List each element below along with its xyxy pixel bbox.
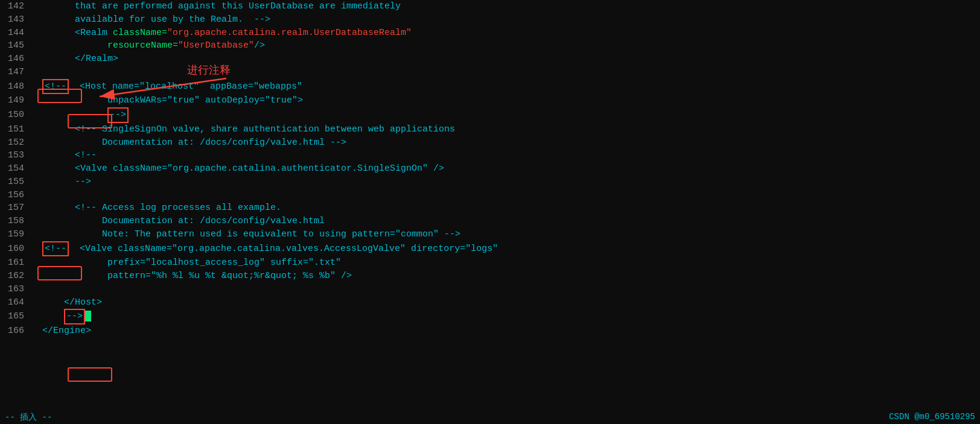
- line-content: </Host>: [31, 296, 980, 309]
- line-number: 150: [0, 109, 31, 122]
- code-line: 154 <Valve className="org.apache.catalin…: [0, 162, 980, 176]
- line-content: available for use by the Realm. -->: [31, 13, 980, 27]
- line-number: 159: [0, 228, 31, 241]
- line-content: -->: [31, 309, 980, 324]
- line-content: <!-- SingleSignOn valve, share authentic…: [31, 123, 980, 136]
- code-line: 160 <!-- <Valve className="org.apache.ca…: [0, 241, 980, 257]
- line-content: <!-- <Valve className="org.apache.catali…: [31, 241, 980, 257]
- line-number: 151: [0, 123, 31, 136]
- code-line: 145 resourceName="UserDatabase"/>: [0, 39, 980, 52]
- line-content: <!--: [31, 149, 980, 162]
- line-number: 164: [0, 296, 31, 309]
- code-line: 159 Note: The pattern used is equivalent…: [0, 228, 980, 241]
- code-line: 146 </Realm>: [0, 52, 980, 66]
- line-content: unpackWARs="true" autoDeploy="true">: [31, 94, 980, 107]
- status-bar: -- 插入 -- CSDN @m0_69510295: [0, 411, 980, 424]
- line-number: 157: [0, 201, 31, 215]
- line-content: Documentation at: /docs/config/valve.htm…: [31, 215, 980, 228]
- line-number: 149: [0, 94, 31, 107]
- code-line: 166 </Engine>: [0, 324, 980, 338]
- code-line: 164 </Host>: [0, 296, 980, 309]
- code-line: 157 <!-- Access log processes all exampl…: [0, 201, 980, 215]
- code-line: 150 -->: [0, 107, 980, 123]
- code-line: 156: [0, 189, 980, 202]
- code-line: 144 <Realm className="org.apache.catalin…: [0, 27, 980, 40]
- line-number: 158: [0, 215, 31, 228]
- code-line: 148 <!-- <Host name="localhost" appBase=…: [0, 79, 980, 95]
- insert-mode: -- 插入 --: [5, 412, 52, 423]
- line-content: prefix="localhost_access_log" suffix=".t…: [31, 256, 980, 270]
- line-number: 160: [0, 242, 31, 256]
- line-number: 152: [0, 136, 31, 150]
- code-line: 151 <!-- SingleSignOn valve, share authe…: [0, 123, 980, 136]
- line-number: 161: [0, 256, 31, 270]
- line-content: -->: [31, 176, 980, 189]
- code-line: 152 Documentation at: /docs/config/valve…: [0, 136, 980, 150]
- line-number: 166: [0, 324, 31, 338]
- line-content: </Realm>: [31, 52, 980, 66]
- code-line: 165 -->: [0, 309, 980, 324]
- line-number: 145: [0, 39, 31, 52]
- line-content: <Realm className="org.apache.catalina.re…: [31, 27, 980, 40]
- code-line: 153 <!--: [0, 149, 980, 162]
- line-content: <!-- Access log processes all example.: [31, 201, 980, 215]
- line-number: 143: [0, 13, 31, 27]
- line-content: <Valve className="org.apache.catalina.au…: [31, 162, 980, 176]
- code-line: 149 unpackWARs="true" autoDeploy="true">: [0, 94, 980, 107]
- code-line: 147: [0, 66, 980, 79]
- code-editor: on line 150 --> on line 165 --> 进行注释 142…: [0, 0, 980, 338]
- line-number: 154: [0, 162, 31, 176]
- line-content: Documentation at: /docs/config/valve.htm…: [31, 136, 980, 150]
- line-number: 144: [0, 27, 31, 40]
- line-number: 147: [0, 66, 31, 79]
- line-content: </Engine>: [31, 324, 980, 338]
- code-line: 143 available for use by the Realm. -->: [0, 13, 980, 27]
- line-number: 146: [0, 52, 31, 66]
- line-number: 153: [0, 149, 31, 162]
- code-line: 163: [0, 283, 980, 296]
- line-number: 148: [0, 80, 31, 93]
- line-number: 165: [0, 310, 31, 323]
- line-content: pattern="%h %l %u %t &quot;%r&quot; %s %…: [31, 270, 980, 283]
- line-content: Note: The pattern used is equivalent to …: [31, 228, 980, 241]
- line-number: 163: [0, 283, 31, 296]
- svg-rect-3: [68, 368, 112, 381]
- code-line: 158 Documentation at: /docs/config/valve…: [0, 215, 980, 228]
- line-number: 142: [0, 0, 31, 13]
- code-line: 155 -->: [0, 176, 980, 189]
- line-content: resourceName="UserDatabase"/>: [31, 39, 980, 52]
- line-number: 156: [0, 189, 31, 202]
- code-line: 162 pattern="%h %l %u %t &quot;%r&quot; …: [0, 270, 980, 283]
- line-number: 155: [0, 176, 31, 189]
- lines-container: 142 that are performed against this User…: [0, 0, 980, 338]
- line-number: 162: [0, 270, 31, 283]
- code-line: 161 prefix="localhost_access_log" suffix…: [0, 256, 980, 270]
- csdn-watermark: CSDN @m0_69510295: [889, 412, 975, 423]
- line-content: that are performed against this UserData…: [31, 0, 980, 13]
- line-content: -->: [31, 107, 980, 123]
- line-content: <!-- <Host name="localhost" appBase="web…: [31, 79, 980, 95]
- code-line: 142 that are performed against this User…: [0, 0, 980, 13]
